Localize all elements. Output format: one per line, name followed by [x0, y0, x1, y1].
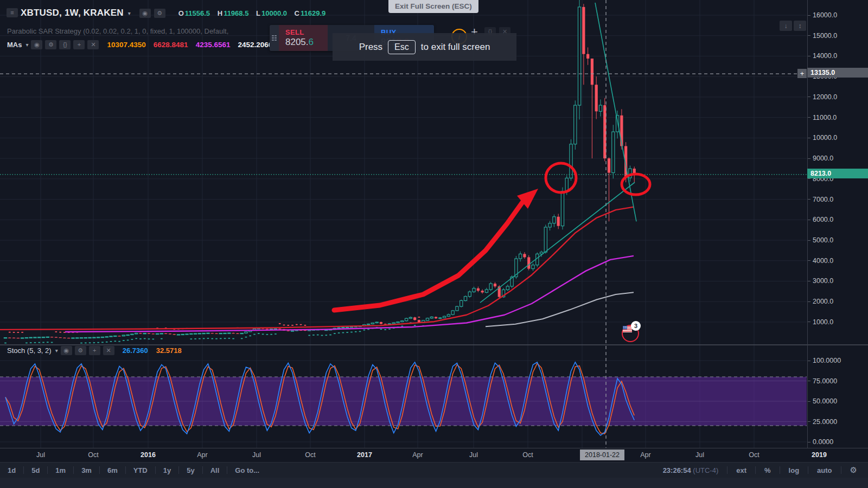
eye-icon[interactable]: ◉	[31, 40, 42, 49]
range-button-all[interactable]: All	[203, 466, 227, 474]
candle-body	[122, 335, 125, 336]
drawn-arrow-shaft[interactable]	[334, 202, 522, 310]
range-button-1d[interactable]: 1d	[0, 466, 23, 474]
sar-dot	[228, 338, 231, 339]
time-tick-label: Apr	[640, 451, 650, 459]
chevron-down-icon[interactable]: ▾	[55, 348, 58, 354]
sar-dot	[190, 338, 193, 339]
sar-dot	[384, 329, 386, 330]
gear-icon[interactable]: ⚙	[154, 9, 165, 18]
candle-body	[494, 284, 496, 286]
sar-dot	[123, 340, 125, 341]
source-code-icon[interactable]: {}	[59, 40, 71, 49]
range-button-3m[interactable]: 3m	[74, 466, 99, 474]
range-button-1y[interactable]: 1y	[156, 466, 178, 474]
event-flag-marker[interactable]: 3	[621, 323, 640, 343]
sar-dot	[245, 337, 247, 338]
stoch-title[interactable]: Stoch (5, 3, 2)	[7, 346, 52, 355]
sar-dot	[258, 333, 260, 334]
candle-body	[266, 329, 269, 329]
stoch-tick-label: 50.0000	[813, 397, 837, 405]
time-axis[interactable]: JulOct2016AprJulOct2017AprJulOctAprJulOc…	[0, 448, 868, 463]
candle-body	[156, 333, 158, 334]
gear-icon[interactable]: ⚙	[45, 40, 56, 49]
candle-body	[608, 158, 610, 172]
clock[interactable]: 23:26:54 (UTC-4)	[654, 466, 727, 474]
sar-dot	[253, 334, 256, 335]
candle-body	[346, 327, 349, 328]
range-button-5d[interactable]: 5d	[24, 466, 47, 474]
price-tick-label: 4000.0	[813, 257, 833, 265]
candle-body	[342, 328, 344, 328]
price-tick-label: 1000.0	[813, 318, 833, 326]
price-axis[interactable]: 16000.015000.014000.013000.012000.011000…	[807, 0, 868, 448]
toggle-ext[interactable]: ext	[727, 466, 755, 474]
candle-body	[544, 227, 547, 252]
sar-dot	[148, 338, 150, 339]
stoch-tick-label: 25.0000	[813, 418, 837, 426]
drag-handle[interactable]	[270, 25, 279, 51]
add-icon[interactable]: +	[73, 40, 85, 49]
chevron-down-icon[interactable]: ▾	[25, 42, 28, 48]
symbol-title[interactable]: XBTUSD, 1W, KRAKEN	[21, 8, 124, 18]
strategy-legend[interactable]: Parabolic SAR Strategy (0.02, 0.02, 0.2,…	[7, 27, 265, 35]
close-value: 11629.9	[301, 9, 326, 17]
sar-dot	[241, 338, 243, 339]
range-button-goto[interactable]: Go to...	[227, 466, 267, 474]
sar-dot	[279, 323, 281, 324]
time-tick-label: Jul	[469, 451, 478, 459]
low-value: 10000.0	[261, 9, 287, 17]
close-icon[interactable]: ✕	[87, 40, 99, 49]
range-button-1m[interactable]: 1m	[48, 466, 73, 474]
chevron-down-icon[interactable]: ▾	[128, 10, 131, 16]
crosshair-plus-icon[interactable]: +	[797, 69, 807, 78]
candle-body	[139, 333, 142, 333]
candle-body	[143, 333, 146, 334]
sar-dot	[9, 332, 11, 333]
chart-canvas[interactable]	[0, 0, 868, 488]
candle-body	[519, 254, 522, 259]
add-icon[interactable]: +	[89, 346, 100, 355]
gear-icon[interactable]: ⚙	[75, 346, 86, 355]
high-label: H	[218, 9, 222, 17]
toggle-log[interactable]: log	[780, 466, 808, 474]
candle-body	[371, 323, 374, 324]
sar-dot	[224, 338, 226, 339]
mas-label[interactable]: MAs	[7, 41, 22, 49]
sar-dot	[342, 332, 344, 333]
candle-body	[578, 7, 580, 105]
ascending-trendline[interactable]	[480, 182, 635, 303]
sell-button[interactable]: SELL 8205.6	[279, 25, 328, 51]
candle-body	[337, 328, 340, 328]
candle-body	[375, 322, 378, 323]
sar-dot	[118, 341, 120, 342]
sar-dot	[106, 342, 108, 343]
range-button-ytd[interactable]: YTD	[126, 466, 155, 474]
candle-body	[194, 333, 197, 334]
range-button-6m[interactable]: 6m	[100, 466, 125, 474]
eye-icon[interactable]: ◉	[61, 346, 72, 355]
range-button-5y[interactable]: 5y	[179, 466, 202, 474]
toggle-percent[interactable]: %	[756, 466, 780, 474]
sar-dot	[110, 341, 112, 342]
candle-body	[557, 217, 560, 226]
high-value: 11968.5	[224, 9, 248, 17]
exit-fullscreen-tooltip[interactable]: Exit Full Screen (ESC)	[388, 0, 478, 13]
sar-dot	[418, 317, 420, 318]
candle-body	[84, 338, 87, 338]
object-tree-icon[interactable]: ≡	[7, 8, 18, 17]
sar-dot	[85, 343, 87, 344]
candle-body	[232, 333, 235, 333]
eye-icon[interactable]: ◉	[139, 9, 151, 18]
candle-body	[228, 333, 231, 333]
candle-body	[240, 333, 243, 333]
close-icon[interactable]: ✕	[103, 346, 114, 355]
toggle-auto[interactable]: auto	[808, 466, 840, 474]
scale-price-icon[interactable]: ↕	[794, 21, 806, 31]
price-tick-label: 15000.0	[813, 32, 837, 40]
sar-dot	[325, 335, 327, 336]
settings-gear-icon[interactable]: ⚙	[841, 465, 868, 475]
scroll-down-icon[interactable]: ↓	[780, 21, 792, 31]
time-tick-label: Oct	[749, 451, 759, 459]
flag-count-badge: 3	[631, 321, 641, 331]
